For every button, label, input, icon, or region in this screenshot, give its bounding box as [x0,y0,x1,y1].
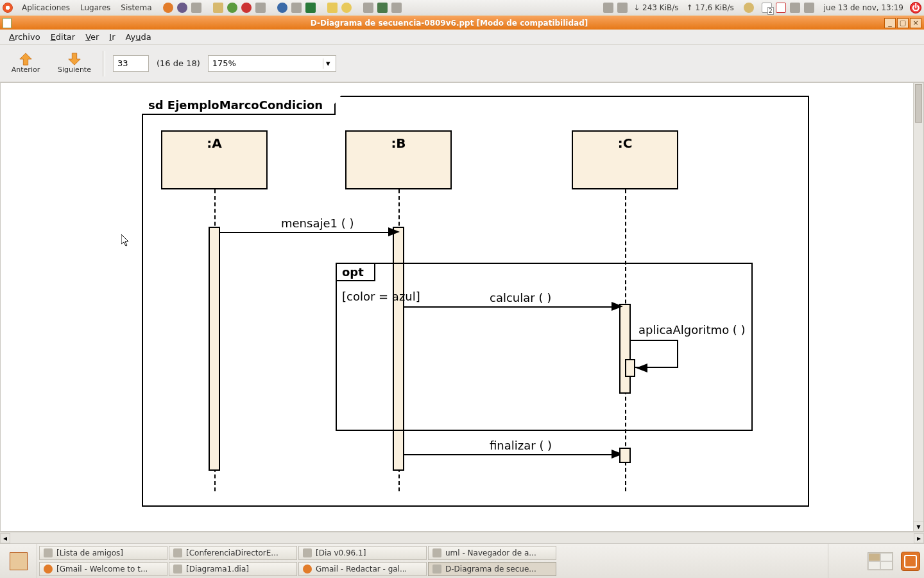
gnome-bottom-panel: [Lista de amigos] [ConferenciaDirectorE.… [0,543,924,578]
pidgin-icon[interactable] [177,3,187,13]
task-lista-amigos[interactable]: [Lista de amigos] [39,546,167,560]
document-canvas[interactable]: ▾ sd EjemploMarcoCondicion :A :B :C mens… [0,82,924,532]
horizontal-scrollbar[interactable]: ◂ ▸ [0,532,924,543]
scroll-down-icon[interactable]: ▾ [914,521,923,531]
arrow-mensaje1 [220,232,392,233]
arrow-up-icon [18,53,33,66]
next-button[interactable]: Siguiente [54,53,95,74]
close-button[interactable]: × [910,18,921,28]
chevron-down-icon: ▾ [323,58,333,69]
menu-archivo[interactable]: Archivo [4,32,46,42]
workspace-switcher[interactable] [868,552,893,570]
arrow-finalizar [404,454,616,455]
svg-marker-2 [121,234,128,246]
task-dia[interactable]: [Dia v0.96.1] [298,546,427,560]
sequence-diagram-frame: sd EjemploMarcoCondicion :A :B :C mensaj… [142,96,809,507]
applet-icon[interactable] [213,3,223,13]
browser-icon[interactable] [277,3,287,13]
label-aplica: aplicaAlgoritmo ( ) [638,323,746,337]
pidgin-icon [44,548,53,557]
clock-label[interactable]: jue 13 de nov, 13:19 [824,3,903,12]
power-icon[interactable]: ⏻ [910,2,921,13]
document-icon [3,18,12,28]
scroll-thumb[interactable] [915,84,922,123]
lifeline-c: :C [572,130,678,189]
task-uml-nav[interactable]: uml - Navegador de a... [428,546,556,560]
guard-condition: [color = azul] [342,290,420,303]
trash-icon[interactable] [901,552,920,571]
net-down-label: ↓ 243 KiB/s [633,3,678,12]
clock-applet-icon[interactable] [341,3,352,13]
task-conferencia[interactable]: [ConferenciaDirectorE... [169,546,297,560]
task-diagrama1[interactable]: [Diagrama1.dia] [169,562,297,576]
arrow-down-icon [67,53,82,66]
scroll-left-icon[interactable]: ◂ [0,533,10,543]
alert-icon[interactable] [776,3,786,13]
lifeline-b: :B [345,130,452,189]
svg-marker-1 [69,53,80,65]
apps-menu[interactable]: Aplicaciones [17,3,75,12]
task-gmail-redactar[interactable]: Gmail - Redactar - gal... [298,562,427,576]
show-desktop-button[interactable] [0,544,37,578]
gnome-top-panel: Aplicaciones Lugares Sistema ↓ 243 KiB/s… [0,0,924,15]
taskbar: [Lista de amigos] [ConferenciaDirectorE.… [37,544,828,578]
weather-icon[interactable] [744,3,754,13]
mail-icon[interactable]: 2 [762,3,772,13]
window-title: D-Diagrama de secuencia-0809v6.ppt [Modo… [15,19,883,28]
opt-frame: opt [336,263,753,431]
volume-icon[interactable] [804,3,814,13]
globe-icon[interactable] [227,3,237,13]
disk-icon[interactable] [391,3,402,13]
net-up-label: ↑ 17,6 KiB/s [687,3,734,12]
prev-label: Anterior [12,66,40,74]
music-icon[interactable] [291,3,302,13]
vbox-icon[interactable] [305,3,316,13]
vertical-scrollbar[interactable]: ▾ [913,83,923,531]
frame-label: sd EjemploMarcoCondicion [142,96,336,115]
scroll-right-icon[interactable]: ▸ [914,533,924,543]
zoom-select[interactable]: 175% ▾ [208,55,336,72]
window-titlebar[interactable]: D-Diagrama de secuencia-0809v6.ppt [Modo… [0,15,924,30]
update-icon[interactable] [617,3,628,13]
menu-editar[interactable]: Editar [46,32,81,42]
toolbar-separator [103,51,105,76]
note-icon[interactable] [327,3,338,13]
menu-ayuda[interactable]: Ayuda [121,32,157,42]
opt-label: opt [336,263,375,281]
activation-c2 [619,448,631,463]
dia-icon [173,565,182,574]
task-d-diagrama[interactable]: D-Diagrama de secue... [428,562,556,576]
mem-icon[interactable] [377,3,388,13]
label-calcular: calcular ( ) [490,291,551,304]
m-icon[interactable] [241,3,252,13]
activation-a [209,227,220,471]
prev-button[interactable]: Anterior [5,53,46,74]
screen-icon[interactable] [790,3,800,13]
places-menu[interactable]: Lugares [75,3,116,12]
mouse-cursor-icon [121,234,130,247]
minimize-button[interactable]: _ [884,18,896,28]
hscroll-track[interactable] [21,533,903,543]
menu-ir[interactable]: Ir [104,32,120,42]
system-menu[interactable]: Sistema [116,3,157,12]
cpu-icon[interactable] [363,3,373,13]
label-finalizar: finalizar ( ) [490,439,552,452]
firefox-icon [303,565,312,574]
firefox-icon[interactable] [163,3,173,13]
calendar-icon[interactable] [255,3,266,13]
firefox-icon [44,565,53,574]
ubuntu-logo-icon[interactable] [3,3,13,13]
label-mensaje1: mensaje1 ( ) [281,216,354,230]
document-icon [173,548,182,557]
task-gmail-welcome[interactable]: [Gmail - Welcome to t... [39,562,167,576]
printer-icon[interactable] [603,3,613,13]
help-icon[interactable] [191,3,201,13]
page-count-label: (16 de 18) [157,58,200,68]
page-number-input[interactable] [113,55,149,72]
dia-icon [303,548,312,557]
maximize-button[interactable]: ▢ [897,18,909,28]
menu-ver[interactable]: Ver [80,32,104,42]
next-label: Siguiente [58,66,91,74]
lifeline-a: :A [161,130,268,189]
arrowhead-calcular [612,302,623,311]
